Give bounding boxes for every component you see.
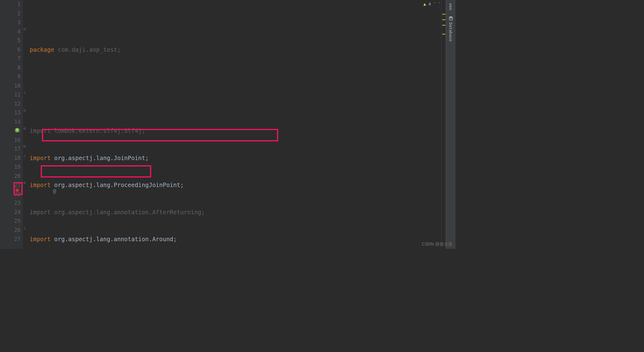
scrollmap-warning-mark[interactable]: [442, 34, 445, 35]
code-editor[interactable]: @ package com.daji.aop_test; import lomb…: [27, 0, 455, 249]
scrollmap-warning-mark[interactable]: [442, 19, 445, 20]
import-class: Slf4j: [124, 126, 142, 136]
aop-advice-icon[interactable]: [15, 188, 20, 193]
fold-marker-icon[interactable]: ⊟: [24, 27, 26, 31]
line-number[interactable]: 27: [0, 235, 21, 244]
line-number[interactable]: 5: [0, 36, 21, 45]
line-number[interactable]: 18: [0, 154, 21, 163]
line-number[interactable]: 26: [0, 226, 21, 235]
fold-marker-icon[interactable]: ⊟: [24, 108, 26, 113]
chevron-down-icon[interactable]: ˅: [438, 2, 440, 6]
fold-marker-icon[interactable]: ⊟: [24, 144, 26, 148]
line-number[interactable]: 10: [0, 81, 21, 91]
fold-marker-icon[interactable]: ⊟: [24, 126, 26, 131]
chevron-up-icon[interactable]: ˄: [433, 2, 436, 6]
line-number[interactable]: 23: [0, 199, 21, 208]
import-path: lombok.extern.slf4j.: [51, 126, 124, 136]
line-number[interactable]: 20: [0, 172, 21, 181]
semicolon: ;: [145, 154, 149, 163]
import-path: org.aspectj.lang.: [51, 181, 114, 190]
keyword: import: [30, 154, 51, 163]
database-tool-tab[interactable]: Database: [447, 13, 454, 45]
warning-icon: ▲: [423, 2, 426, 6]
line-number[interactable]: 11: [0, 90, 21, 99]
import-class: Around: [152, 235, 173, 244]
line-number[interactable]: 3: [0, 18, 21, 27]
inspection-indicators[interactable]: ▲ 4 ˄ ˅: [423, 2, 440, 6]
scrollmap[interactable]: [441, 0, 446, 249]
line-number[interactable]: 24: [0, 208, 21, 217]
keyword: import: [30, 181, 51, 190]
keyword: import: [30, 126, 51, 136]
line-number[interactable]: 9: [0, 72, 21, 81]
package-statement: com.daji.aop_test;: [54, 45, 121, 54]
import-class: AfterReturning: [152, 208, 201, 217]
line-number[interactable]: 25: [0, 217, 21, 226]
right-tool-strip: ven Database: [446, 0, 455, 249]
editor-root: 1 2 3 4 5 6 7 8 9 10 11 12 13 14 15 16 1…: [0, 0, 455, 249]
keyword: import: [30, 208, 51, 217]
line-number[interactable]: 8: [0, 63, 21, 73]
import-class: JoinPoint: [114, 154, 145, 163]
caret-line-highlight: [27, 171, 455, 181]
line-number[interactable]: 14: [0, 118, 21, 127]
import-path: org.aspectj.lang.annotation.: [51, 208, 152, 217]
line-number[interactable]: 19: [0, 163, 21, 172]
semicolon: ;: [201, 208, 205, 217]
database-icon: [449, 16, 453, 21]
line-number[interactable]: 17: [0, 144, 21, 154]
scrollmap-warning-mark[interactable]: [442, 25, 445, 26]
tool-tab-label: Database: [448, 22, 453, 42]
watermark: CSDN @@大吉: [422, 242, 452, 247]
gutter: 1 2 3 4 5 6 7 8 9 10 11 12 13 14 15 16 1…: [0, 0, 23, 249]
import-class: ProceedingJoinPoint: [114, 181, 180, 190]
scrollmap-warning-mark[interactable]: [442, 14, 445, 15]
line-number[interactable]: 7: [0, 54, 21, 63]
annotation-gutter-icon[interactable]: @: [53, 187, 56, 196]
warning-count: 4: [429, 2, 431, 6]
maven-tool-tab[interactable]: ven: [447, 0, 454, 13]
semicolon: ;: [142, 126, 145, 136]
semicolon: ;: [180, 181, 184, 190]
semicolon: ;: [173, 235, 177, 244]
fold-marker-icon[interactable]: ⊥: [24, 153, 26, 158]
line-number[interactable]: 4: [0, 27, 21, 36]
line-number[interactable]: 16: [0, 136, 21, 145]
line-number[interactable]: 6: [0, 45, 21, 54]
spring-bean-icon[interactable]: [15, 128, 20, 133]
keyword: package: [30, 45, 54, 54]
import-path: org.aspectj.lang.annotation.: [51, 235, 152, 244]
fold-marker-icon[interactable]: ⊥: [24, 90, 26, 94]
line-number[interactable]: 12: [0, 99, 21, 109]
line-number[interactable]: 2: [0, 9, 21, 18]
keyword: import: [30, 235, 51, 244]
tool-tab-label: ven: [448, 3, 453, 10]
fold-column: ⊟ ⊥ ⊟ ⊟ ⊟ ⊥ ⊟ ⊥: [23, 0, 27, 249]
line-number[interactable]: 1: [0, 0, 21, 9]
fold-marker-icon[interactable]: ⊟: [24, 181, 26, 185]
fold-marker-icon[interactable]: ⊥: [24, 226, 26, 230]
svg-point-1: [449, 17, 452, 18]
svg-point-2: [449, 18, 452, 19]
import-path: org.aspectj.lang.: [51, 154, 114, 163]
line-number[interactable]: 13: [0, 108, 21, 118]
